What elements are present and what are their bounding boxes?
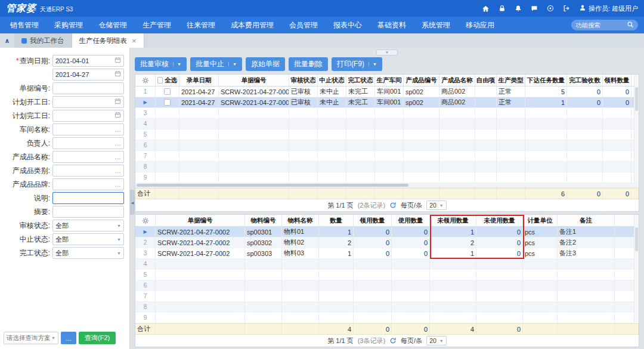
bill-no-input[interactable] bbox=[55, 85, 121, 92]
query-date-from-field[interactable] bbox=[52, 55, 124, 67]
column-header[interactable]: 领用数量 bbox=[354, 215, 392, 226]
workshop-name-input[interactable] bbox=[55, 126, 113, 133]
column-header[interactable]: 备注 bbox=[558, 215, 615, 226]
bell-icon[interactable] bbox=[515, 5, 522, 12]
column-header[interactable]: 未领用数量 bbox=[430, 215, 476, 226]
lookup-icon[interactable]: … bbox=[114, 126, 121, 133]
row-checkbox[interactable] bbox=[164, 99, 171, 106]
table-row[interactable]: ▶SCRW-2021-04-27-0002sp00301物料0110010pcs… bbox=[135, 227, 639, 237]
table-row[interactable]: 12021-04-27SCRW-2021-04-27-0001已审核未中止未完工… bbox=[135, 87, 639, 97]
column-header[interactable]: 录单日期 bbox=[179, 75, 219, 86]
grid-settings-icon[interactable] bbox=[135, 75, 156, 86]
date-from-input[interactable] bbox=[55, 57, 113, 64]
calendar-icon[interactable] bbox=[114, 70, 121, 79]
column-header[interactable]: 使用数量 bbox=[392, 215, 430, 226]
search-icon[interactable] bbox=[627, 21, 634, 30]
audit-status-field[interactable]: 全部▼ bbox=[52, 220, 124, 231]
service-icon[interactable] bbox=[547, 5, 554, 12]
nav-item-mobile[interactable]: 移动应用 bbox=[458, 17, 502, 33]
column-header[interactable]: 单据编号 bbox=[219, 75, 289, 86]
product-brand-input[interactable] bbox=[55, 181, 113, 188]
summary-field[interactable] bbox=[52, 206, 124, 218]
nav-item-base-data[interactable]: 基础资料 bbox=[370, 17, 414, 33]
calendar-icon[interactable] bbox=[114, 57, 121, 65]
chevron-down-icon[interactable]: ▼ bbox=[228, 62, 237, 66]
home-icon[interactable] bbox=[482, 5, 490, 13]
column-header[interactable]: 单据编号 bbox=[156, 215, 245, 226]
collapse-filter-handle[interactable]: ◀ bbox=[130, 190, 135, 215]
grid-settings-icon[interactable] bbox=[135, 215, 156, 226]
description-input[interactable] bbox=[55, 194, 121, 202]
refresh-icon[interactable] bbox=[389, 337, 397, 344]
table-row[interactable]: 3SCRW-2021-04-27-0002sp00303物料0310010pcs… bbox=[135, 248, 639, 259]
select-all-checkbox[interactable] bbox=[157, 77, 163, 84]
date-to-input[interactable] bbox=[55, 71, 113, 78]
column-header[interactable]: 数量 bbox=[319, 215, 354, 226]
summary-input[interactable] bbox=[55, 208, 121, 215]
lookup-icon[interactable]: … bbox=[114, 154, 121, 160]
vertical-scrollbar[interactable] bbox=[634, 75, 639, 183]
column-header[interactable]: 生产类型 bbox=[497, 75, 525, 86]
scrollbar-thumb[interactable] bbox=[635, 87, 638, 111]
tab-production-task-detail[interactable]: 生产任务明细表 × bbox=[72, 33, 144, 48]
batch-suspend-button[interactable]: 批量中止▼ bbox=[190, 57, 242, 71]
column-header[interactable]: 物料名称 bbox=[282, 215, 319, 226]
close-tab-icon[interactable]: × bbox=[132, 37, 137, 45]
page-size-select[interactable]: 20▼ bbox=[426, 200, 447, 210]
product-category-field[interactable]: … bbox=[52, 165, 124, 177]
product-name-field[interactable]: … bbox=[52, 151, 124, 163]
chevron-down-icon[interactable]: ▼ bbox=[173, 62, 181, 66]
nav-item-production[interactable]: 生产管理 bbox=[135, 17, 179, 33]
manager-input[interactable] bbox=[55, 140, 113, 147]
column-header[interactable]: 产成品名称 bbox=[439, 75, 475, 86]
column-header[interactable]: 生产车间 bbox=[375, 75, 404, 86]
query-date-to-field[interactable] bbox=[52, 69, 124, 81]
finish-status-field[interactable]: 全部▼ bbox=[52, 247, 124, 259]
column-header[interactable]: 未使用数量 bbox=[476, 215, 523, 226]
lock-icon[interactable] bbox=[499, 5, 506, 12]
column-header[interactable]: 完工状态 bbox=[346, 75, 375, 86]
collapse-tabs-icon[interactable]: ∧ bbox=[0, 33, 14, 48]
product-brand-field[interactable]: … bbox=[52, 178, 124, 190]
search-input[interactable] bbox=[575, 21, 624, 29]
product-name-input[interactable] bbox=[55, 153, 113, 160]
nav-item-sales[interactable]: 销售管理 bbox=[2, 17, 47, 33]
table-row[interactable]: 2SCRW-2021-04-27-0002sp00302物料0220020pcs… bbox=[135, 237, 639, 248]
tab-my-workbench[interactable]: 我的工作台 bbox=[14, 33, 72, 48]
bill-no-field[interactable] bbox=[52, 82, 124, 94]
lookup-icon[interactable]: … bbox=[114, 140, 121, 147]
plan-start-date-input[interactable] bbox=[55, 98, 113, 106]
description-field[interactable] bbox=[52, 192, 124, 204]
scheme-more-button[interactable]: ... bbox=[61, 332, 76, 344]
calendar-icon[interactable] bbox=[114, 98, 121, 106]
operator-menu[interactable]: 操作员: 超级用户 bbox=[579, 4, 638, 13]
function-search[interactable] bbox=[571, 20, 638, 30]
column-header[interactable]: 计量单位 bbox=[523, 215, 558, 226]
lookup-icon[interactable]: … bbox=[114, 181, 121, 188]
nav-item-system[interactable]: 系统管理 bbox=[414, 17, 458, 33]
refresh-icon[interactable] bbox=[389, 202, 397, 209]
query-scheme-select[interactable]: 请选择查询方案 ▼ bbox=[4, 332, 58, 344]
product-category-input[interactable] bbox=[55, 167, 113, 174]
vertical-scrollbar[interactable] bbox=[634, 215, 639, 323]
batch-delete-button[interactable]: 批量删除 bbox=[289, 57, 328, 71]
page-size-select[interactable]: 20▼ bbox=[426, 336, 447, 345]
message-icon[interactable] bbox=[531, 5, 538, 12]
print-button[interactable]: 打印(F9)▼ bbox=[332, 57, 382, 71]
nav-item-member[interactable]: 会员管理 bbox=[281, 17, 326, 33]
column-header[interactable]: 审核状态 bbox=[289, 75, 318, 86]
nav-item-purchase[interactable]: 采购管理 bbox=[47, 17, 91, 33]
scrollbar-thumb[interactable] bbox=[635, 227, 638, 251]
plan-finish-date-field[interactable] bbox=[52, 110, 124, 122]
lookup-icon[interactable]: … bbox=[114, 168, 121, 174]
nav-item-contacts[interactable]: 往来管理 bbox=[179, 17, 223, 33]
scrollbar-thumb[interactable] bbox=[137, 184, 408, 187]
column-header[interactable]: 物料编号 bbox=[245, 215, 282, 226]
nav-item-cost-expense[interactable]: 成本费用管理 bbox=[223, 17, 281, 33]
original-bill-button[interactable]: 原始单据 bbox=[246, 57, 285, 71]
column-header[interactable]: 下达任务数量 bbox=[525, 75, 567, 86]
nav-item-reports[interactable]: 报表中心 bbox=[326, 17, 370, 33]
column-header[interactable]: 中止状态 bbox=[318, 75, 346, 86]
plan-start-date-field[interactable] bbox=[52, 96, 124, 108]
logout-icon[interactable] bbox=[563, 5, 570, 12]
